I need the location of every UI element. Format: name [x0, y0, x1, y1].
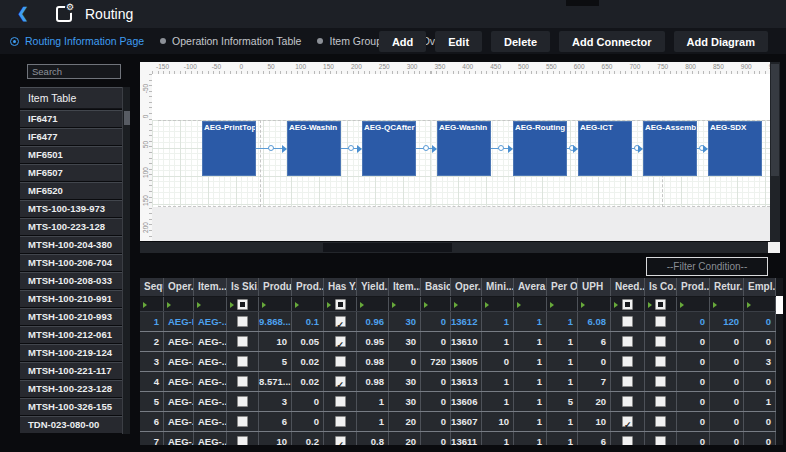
table-cell-has-y[interactable]	[324, 352, 357, 371]
checkbox[interactable]	[237, 376, 248, 387]
toolbar-button-edit[interactable]: Edit	[435, 31, 482, 52]
column-header-need[interactable]: Need...	[611, 278, 645, 296]
table-cell-oper[interactable]: AEG-...	[164, 412, 194, 431]
checkbox[interactable]	[655, 436, 666, 445]
table-cell-avera[interactable]: 1	[514, 372, 547, 391]
column-header-empl[interactable]: Empl...	[744, 278, 776, 296]
table-cell-avera[interactable]: 1	[514, 392, 547, 411]
table-cell-empl[interactable]: 1	[744, 392, 776, 411]
column-header-item[interactable]: Item...	[194, 278, 227, 296]
sidebar-item-if6477[interactable]: IF6477	[20, 128, 122, 145]
table-cell-need[interactable]	[611, 372, 645, 391]
table-cell-uph[interactable]: 20	[578, 392, 611, 411]
table-cell-mini[interactable]: 1	[482, 432, 514, 445]
table-cell-is-ski[interactable]	[227, 392, 259, 411]
table-cell-item[interactable]: 20	[389, 412, 421, 431]
table-cell-yield[interactable]: 0.8	[357, 432, 389, 445]
table-cell-retur[interactable]: 0	[710, 372, 744, 391]
table-cell-mini[interactable]: 1	[482, 332, 514, 351]
sidebar-item-mtsh-100-208-033[interactable]: MTSH-100-208-033	[20, 272, 122, 289]
table-cell-produ[interactable]: 3	[259, 392, 292, 411]
table-cell-uph[interactable]: 10	[578, 412, 611, 431]
table-cell-oper[interactable]: AEG-...	[164, 352, 194, 371]
table-cell-oper[interactable]: AEG-...	[164, 332, 194, 351]
table-cell-need[interactable]	[611, 432, 645, 445]
column-header-is-ski[interactable]: Is Ski...	[227, 278, 259, 296]
checkbox[interactable]	[335, 316, 346, 327]
table-cell-oper[interactable]: 13610	[451, 332, 482, 351]
column-header-has-y[interactable]: Has Y...	[324, 278, 357, 296]
table-cell-produ[interactable]: 10	[259, 332, 292, 351]
table-cell-produ[interactable]: 5	[259, 352, 292, 371]
diagram-node-aeg-printtop[interactable]: AEG-PrintTop	[202, 121, 256, 176]
column-header-oper[interactable]: Oper...	[451, 278, 482, 296]
table-cell-sequ[interactable]: 4	[140, 372, 164, 391]
table-cell-prod[interactable]: 0	[677, 392, 710, 411]
table-cell-oper[interactable]: AEG-...	[164, 372, 194, 391]
table-cell-prod[interactable]: 0	[677, 312, 710, 331]
table-cell-yield[interactable]: 1	[357, 412, 389, 431]
table-cell-has-y[interactable]	[324, 392, 357, 411]
sidebar-item-mf6501[interactable]: MF6501	[20, 146, 122, 163]
table-cell-empl[interactable]: 3	[744, 352, 776, 371]
connector[interactable]	[416, 143, 437, 154]
table-cell-item[interactable]: 0	[389, 352, 421, 371]
diagram-node-aeg-sdx[interactable]: AEG-SDX	[708, 121, 762, 176]
table-cell-has-y[interactable]	[324, 432, 357, 445]
table-cell-basic[interactable]: 0	[421, 332, 451, 351]
table-cell-sequ[interactable]: 6	[140, 412, 164, 431]
table-cell-need[interactable]	[611, 352, 645, 371]
table-cell-empl[interactable]: 0	[744, 372, 776, 391]
sidebar-item-tdn-023-080-00[interactable]: TDN-023-080-00	[20, 416, 122, 433]
table-row[interactable]: 2AEG-...AEG-...100.050.95300136101116000	[140, 332, 776, 352]
column-header-retur[interactable]: Retur...	[710, 278, 744, 296]
table-row[interactable]: 5AEG-...AEG-...3013001360611520001	[140, 392, 776, 412]
table-cell-mini[interactable]: 1	[482, 392, 514, 411]
filter-cell-oper[interactable]	[451, 297, 482, 311]
toolbar-button-add-diagram[interactable]: Add Diagram	[674, 31, 768, 52]
checkbox[interactable]	[237, 436, 248, 445]
table-cell-uph[interactable]: 6.08	[578, 312, 611, 331]
column-header-uph[interactable]: UPH	[578, 278, 611, 296]
table-cell-is-ski[interactable]	[227, 432, 259, 445]
diagram-node-aeg-washin[interactable]: AEG-WashIn	[287, 121, 341, 176]
sidebar-item-mf6520[interactable]: MF6520	[20, 182, 122, 199]
connector[interactable]	[697, 143, 708, 154]
diagram-vertical-scrollbar[interactable]	[770, 62, 780, 242]
table-cell-prod[interactable]: 0.1	[292, 312, 324, 331]
table-cell-oper[interactable]: 13606	[451, 392, 482, 411]
table-cell-per-o[interactable]: 1	[547, 412, 578, 431]
connector[interactable]	[256, 143, 287, 154]
checkbox[interactable]	[237, 416, 248, 427]
table-cell-is-ski[interactable]	[227, 352, 259, 371]
column-header-per-o[interactable]: Per O...	[547, 278, 578, 296]
table-vscroll-thumb[interactable]	[776, 296, 783, 314]
sidebar-item-mtsh-100-212-061[interactable]: MTSH-100-212-061	[20, 326, 122, 343]
table-cell-has-y[interactable]	[324, 312, 357, 331]
table-cell-produ[interactable]: 8.571...	[259, 372, 292, 391]
table-cell-oper[interactable]: 13613	[451, 372, 482, 391]
table-cell-retur[interactable]: 0	[710, 332, 744, 351]
table-cell-yield[interactable]: 1	[357, 392, 389, 411]
table-cell-oper[interactable]: AEG-...	[164, 432, 194, 445]
filter-cell-item[interactable]	[389, 297, 421, 311]
filter-cell-empl[interactable]	[744, 297, 776, 311]
sidebar-item-mtsh-100-210-991[interactable]: MTSH-100-210-991	[20, 290, 122, 307]
checkbox[interactable]	[237, 356, 248, 367]
column-header-sequ[interactable]: Sequ...	[140, 278, 164, 296]
sidebar-item-mtsh-100-221-117[interactable]: MTSH-100-221-117	[20, 362, 122, 379]
column-header-produ[interactable]: Produ...	[259, 278, 292, 296]
diagram-node-aeg-qcafterw[interactable]: AEG-QCAfterW	[362, 121, 416, 176]
column-header-basic[interactable]: Basic...	[421, 278, 451, 296]
table-cell-basic[interactable]: 0	[421, 372, 451, 391]
table-cell-retur[interactable]: 120	[710, 312, 744, 331]
table-cell-oper[interactable]: 13605	[451, 352, 482, 371]
table-cell-mini[interactable]: 10	[482, 412, 514, 431]
table-cell-avera[interactable]: 1	[514, 412, 547, 431]
checkbox[interactable]	[622, 416, 633, 427]
checkbox[interactable]	[655, 356, 666, 367]
table-cell-prod[interactable]: 0.05	[292, 332, 324, 351]
table-cell-need[interactable]	[611, 392, 645, 411]
table-cell-item[interactable]: 30	[389, 332, 421, 351]
table-cell-uph[interactable]: 6	[578, 332, 611, 351]
